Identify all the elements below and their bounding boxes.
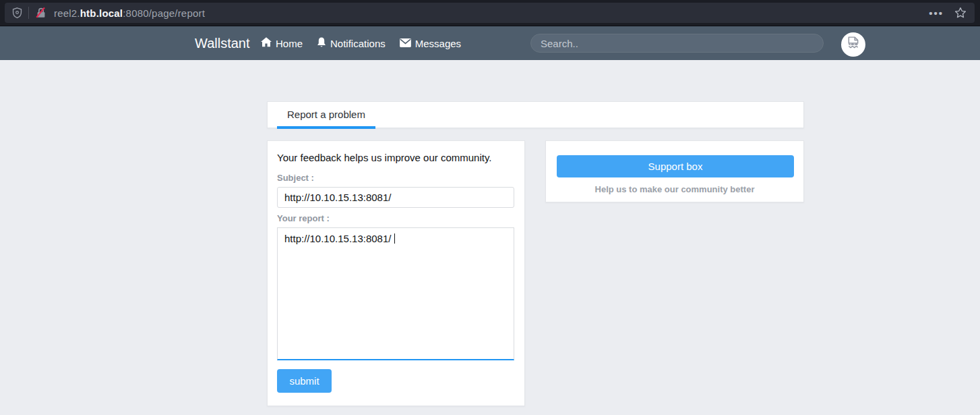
nav-item-messages[interactable]: Messages — [400, 38, 461, 49]
url-text[interactable]: reel2.htb.local:8080/page/report — [54, 7, 205, 19]
insecure-lock-icon[interactable] — [29, 7, 54, 19]
nav-menu: Home Notifications Messages — [261, 26, 461, 60]
avatar[interactable] — [841, 32, 865, 57]
tracking-protection-shield-icon[interactable] — [5, 7, 28, 19]
report-textarea-value: http://10.10.15.13:8081/ — [284, 233, 394, 244]
report-label: Your report : — [277, 213, 515, 223]
support-helper-text: Help us to make our community better — [557, 184, 793, 194]
nav-item-label: Home — [276, 38, 303, 49]
tab-bar-card: Report a problem — [267, 101, 804, 128]
submit-button[interactable]: submit — [277, 369, 332, 393]
subject-label: Subject : — [277, 173, 515, 183]
url-suffix: :8080/page/report — [123, 7, 205, 19]
report-form-card: Your feedback helps us improve our commu… — [267, 140, 525, 406]
page-actions-ellipsis-icon[interactable]: ••• — [919, 7, 953, 19]
home-icon — [261, 37, 272, 49]
url-host: htb.local — [80, 7, 123, 19]
nav-item-label: Messages — [415, 38, 461, 49]
broken-image-icon — [847, 36, 859, 53]
tab-report-a-problem[interactable]: Report a problem — [277, 102, 375, 129]
app-navbar: Wallstant Home Notifications — [0, 26, 980, 60]
envelope-icon — [400, 38, 411, 49]
page-content: Report a problem Your feedback helps us … — [0, 60, 980, 414]
nav-item-home[interactable]: Home — [261, 37, 303, 49]
text-caret — [394, 233, 395, 244]
support-box-card: Support box Help us to make our communit… — [545, 140, 804, 202]
feedback-intro-text: Your feedback helps us improve our commu… — [277, 152, 515, 163]
nav-item-label: Notifications — [330, 38, 386, 49]
report-textarea[interactable]: http://10.10.15.13:8081/ — [277, 227, 514, 360]
browser-toolbar: reel2.htb.local:8080/page/report ••• — [0, 0, 980, 26]
url-prefix: reel2. — [54, 7, 80, 19]
search-input[interactable] — [530, 34, 824, 53]
support-box-button[interactable]: Support box — [557, 155, 794, 177]
bell-icon — [317, 37, 326, 50]
nav-item-notifications[interactable]: Notifications — [317, 37, 386, 50]
address-bar[interactable]: reel2.htb.local:8080/page/report ••• — [5, 3, 975, 23]
bookmark-star-icon[interactable] — [953, 7, 975, 19]
brand-wallstant[interactable]: Wallstant — [195, 26, 250, 60]
subject-input[interactable] — [277, 187, 514, 208]
